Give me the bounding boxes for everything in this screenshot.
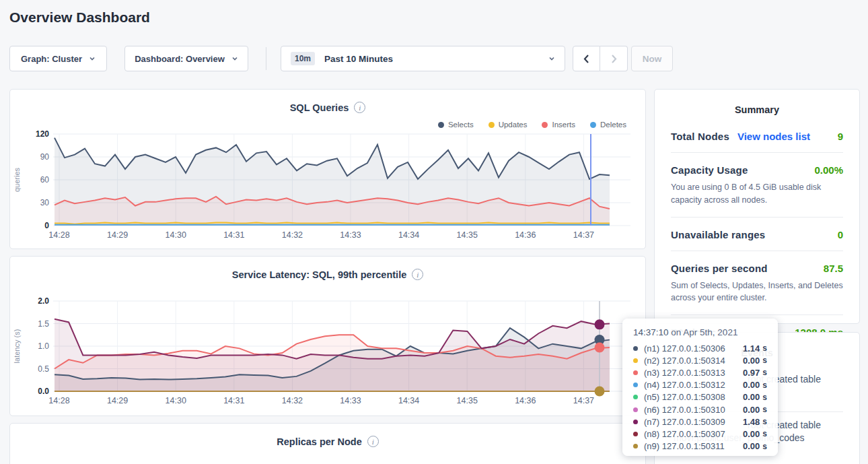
dashboard-dropdown[interactable]: Dashboard: Overview: [124, 46, 248, 71]
summary-metric-description: You are using 0 B of 4.5 GiB usable disk…: [671, 181, 843, 207]
node-latency-value: 0.00: [743, 429, 760, 439]
series-color-dot: [633, 346, 638, 351]
series-color-dot: [633, 420, 638, 424]
svg-text:14:31: 14:31: [223, 396, 244, 405]
node-address: (n5) 127.0.0.1:50308: [644, 392, 743, 402]
sql-queries-title: SQL Queries: [290, 102, 349, 113]
svg-text:14:36: 14:36: [515, 396, 536, 405]
chart-title-row: SQL Queries i: [10, 102, 645, 113]
node-address: (n4) 127.0.0.1:50312: [644, 380, 743, 390]
chevron-down-icon: [89, 55, 96, 62]
latency-unit: s: [762, 368, 767, 377]
chart-hover-tooltip: 14:37:10 on Apr 5th, 2021 (n1) 127.0.0.1…: [622, 319, 778, 456]
graph-dropdown[interactable]: Graph: Cluster: [9, 46, 107, 71]
tooltip-node-row: (n6) 127.0.0.1:503100.00s: [633, 403, 767, 416]
tooltip-node-row: (n4) 127.0.0.1:503120.00s: [633, 379, 767, 391]
summary-title: Summary: [655, 90, 859, 115]
svg-text:14:35: 14:35: [457, 230, 478, 240]
latency-unit: s: [762, 343, 767, 353]
series-color-dot: [633, 370, 638, 375]
node-latency-value: 0.00: [743, 405, 760, 415]
chevron-down-icon: [548, 55, 555, 62]
chevron-left-icon: [582, 54, 591, 64]
svg-text:14:31: 14:31: [223, 230, 244, 240]
toolbar-divider: [266, 47, 266, 70]
svg-text:30: 30: [40, 198, 50, 207]
svg-text:0.5: 0.5: [38, 364, 49, 374]
tooltip-node-row: (n8) 127.0.0.1:503070.00s: [633, 428, 767, 440]
time-range-badge: 10m: [291, 52, 315, 65]
info-icon[interactable]: i: [367, 436, 379, 447]
chart-title-row: Service Latency: SQL, 99th percentile i: [10, 269, 645, 280]
node-latency-value: 0.97: [743, 368, 760, 378]
info-icon[interactable]: i: [354, 102, 365, 113]
dashboard-dropdown-label: Dashboard: Overview: [135, 54, 225, 64]
page-title: Overview Dashboard: [9, 9, 150, 26]
time-back-button[interactable]: [573, 46, 600, 71]
info-icon[interactable]: i: [412, 269, 423, 280]
service-latency-title: Service Latency: SQL, 99th percentile: [232, 269, 407, 280]
node-address: (n3) 127.0.0.1:50313: [644, 368, 743, 378]
summary-rows: Total NodesView nodes list9Capacity Usag…: [655, 115, 859, 348]
service-latency-plot[interactable]: 14:2814:2914:3014:3114:3214:3314:3414:35…: [10, 294, 645, 413]
latency-unit: s: [762, 429, 767, 438]
summary-metric-value: 0: [838, 229, 843, 240]
summary-metric-label: Unavailable ranges: [671, 229, 765, 240]
summary-metric-value: 9: [838, 131, 843, 142]
svg-text:1.5: 1.5: [38, 319, 49, 329]
series-color-dot: [633, 395, 638, 399]
time-range-dropdown[interactable]: 10m Past 10 Minutes: [281, 46, 565, 71]
node-address: (n9) 127.0.0.1:50311: [644, 441, 743, 451]
latency-unit: s: [762, 442, 767, 451]
tooltip-node-row: (n1) 127.0.0.1:503061.14s: [633, 342, 767, 354]
summary-row: Total NodesView nodes list9: [671, 119, 843, 153]
svg-text:14:32: 14:32: [282, 396, 303, 405]
svg-text:14:35: 14:35: [457, 396, 478, 405]
service-latency-chart-card: Service Latency: SQL, 99th percentile i …: [9, 256, 646, 416]
view-nodes-list-link[interactable]: View nodes list: [737, 131, 810, 142]
series-color-dot: [633, 407, 638, 412]
node-address: (n6) 127.0.0.1:50310: [644, 405, 743, 415]
replicas-per-node-chart-card: Replicas per Node i: [9, 423, 646, 464]
node-address: (n2) 127.0.0.1:50314: [644, 356, 743, 366]
svg-text:14:33: 14:33: [340, 230, 361, 240]
latency-unit: s: [762, 380, 767, 390]
node-address: (n8) 127.0.0.1:50307: [644, 429, 743, 439]
node-address: (n7) 127.0.0.1:50309: [644, 417, 743, 427]
tooltip-node-row: (n5) 127.0.0.1:503080.00s: [633, 391, 767, 403]
svg-text:queries: queries: [13, 167, 21, 192]
now-button-disabled[interactable]: Now: [631, 46, 673, 71]
sql-queries-plot[interactable]: 14:2814:2914:3014:3114:3214:3314:3414:35…: [10, 127, 645, 246]
svg-text:1.0: 1.0: [38, 341, 49, 351]
summary-row: Unavailable ranges0: [671, 218, 843, 251]
svg-text:2.0: 2.0: [38, 296, 49, 306]
chevron-right-icon: [610, 54, 618, 64]
sql-queries-chart-card: SQL Queries i SelectsUpdatesInsertsDelet…: [9, 89, 646, 249]
svg-text:14:29: 14:29: [107, 396, 128, 405]
latency-unit: s: [762, 393, 767, 402]
node-address: (n1) 127.0.0.1:50306: [644, 343, 743, 354]
summary-metric-value: 87.5: [824, 263, 843, 274]
series-color-dot: [633, 432, 638, 436]
svg-text:14:36: 14:36: [515, 230, 536, 240]
series-color-dot: [633, 358, 638, 363]
node-latency-value: 0.00: [743, 392, 760, 402]
tooltip-node-row: (n9) 127.0.0.1:503110.00s: [633, 440, 767, 453]
tooltip-node-row: (n7) 127.0.0.1:503091.48s: [633, 416, 767, 428]
summary-metric-label: Total Nodes: [671, 131, 729, 142]
summary-metric-label: Capacity Usage: [671, 164, 748, 176]
svg-text:0: 0: [44, 221, 49, 230]
svg-text:14:29: 14:29: [107, 230, 128, 240]
node-latency-value: 1.14: [743, 343, 760, 354]
tooltip-timestamp: 14:37:10 on Apr 5th, 2021: [633, 327, 767, 337]
summary-row: Capacity Usage0.00%You are using 0 B of …: [671, 153, 843, 218]
now-button-label: Now: [643, 54, 662, 64]
svg-text:90: 90: [40, 152, 50, 162]
time-forward-button-disabled[interactable]: [600, 46, 628, 71]
chart-title-row: Replicas per Node i: [10, 436, 645, 447]
summary-row: Queries per second87.5Sum of Selects, Up…: [671, 251, 843, 316]
svg-text:60: 60: [40, 175, 50, 185]
tooltip-rows: (n1) 127.0.0.1:503061.14s(n2) 127.0.0.1:…: [633, 342, 767, 453]
node-latency-value: 0.00: [743, 356, 760, 366]
svg-text:14:30: 14:30: [166, 230, 186, 240]
